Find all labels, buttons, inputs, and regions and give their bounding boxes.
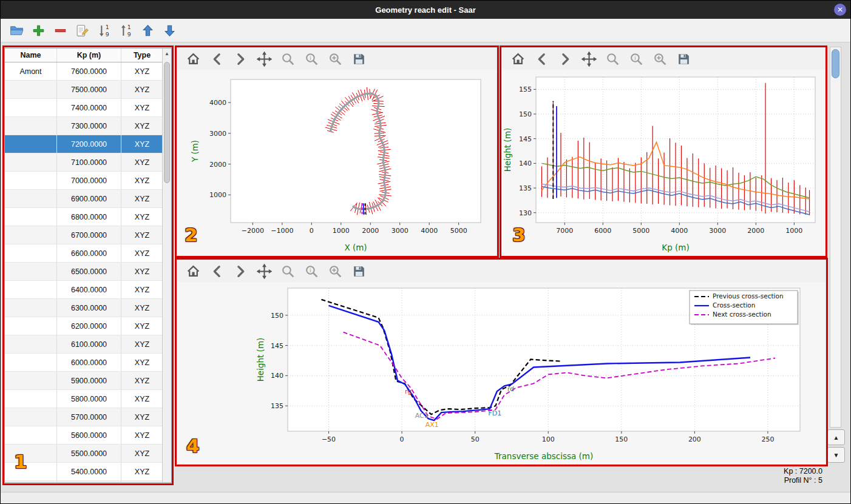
save-icon[interactable] <box>351 52 367 67</box>
sort-descending-icon[interactable]: 19 <box>97 23 112 38</box>
pan-icon[interactable] <box>581 52 597 67</box>
svg-text:150: 150 <box>271 312 283 320</box>
move-down-icon[interactable] <box>162 23 177 38</box>
add-row-icon[interactable] <box>31 23 46 38</box>
table-row[interactable]: 7400.0000XYZ <box>5 99 171 117</box>
back-icon[interactable] <box>209 264 225 279</box>
sort-ascending-icon[interactable]: 19 <box>118 23 134 38</box>
table-row[interactable]: 6100.0000XYZ <box>5 335 171 354</box>
svg-text:0: 0 <box>400 435 404 443</box>
cell-name <box>5 135 57 153</box>
cell-type: XYZ <box>121 481 163 483</box>
cell-type: XYZ <box>121 117 163 135</box>
forward-icon[interactable] <box>233 52 248 67</box>
svg-text:AC1: AC1 <box>415 412 429 420</box>
zoom-select-icon[interactable] <box>328 52 343 67</box>
table-row[interactable]: 5700.0000XYZ <box>5 408 171 426</box>
zoom-icon[interactable] <box>605 52 620 67</box>
open-file-icon[interactable] <box>9 23 24 38</box>
back-icon[interactable] <box>209 52 225 67</box>
move-up-icon[interactable] <box>140 23 155 38</box>
save-icon[interactable] <box>676 52 691 67</box>
table-row[interactable]: 5500.0000XYZ <box>5 445 171 463</box>
zoom-icon[interactable] <box>280 52 296 67</box>
table-row[interactable]: 6000.0000XYZ <box>5 354 171 372</box>
column-header-name[interactable]: Name <box>5 49 57 62</box>
save-icon[interactable] <box>351 264 367 279</box>
cell-kp: 5300.0000 <box>57 481 121 483</box>
forward-icon[interactable] <box>558 52 573 67</box>
svg-text:1000: 1000 <box>785 227 802 235</box>
cell-name <box>5 335 57 353</box>
forward-icon[interactable] <box>233 264 248 279</box>
svg-text:−50: −50 <box>322 435 336 443</box>
table-row[interactable]: Amont7600.0000XYZ <box>5 62 171 81</box>
close-button[interactable]: ✕ <box>834 4 846 16</box>
column-header-kp-m-[interactable]: Kp (m) <box>57 49 121 62</box>
table-row[interactable]: 7100.0000XYZ <box>5 153 171 172</box>
table-row[interactable]: 7500.0000XYZ <box>5 81 171 99</box>
table-row[interactable]: 7200.0000XYZ <box>5 135 171 153</box>
table-row[interactable]: 7300.0000XYZ <box>5 117 171 135</box>
cell-type: XYZ <box>121 372 163 389</box>
pan-icon[interactable] <box>257 52 272 67</box>
home-icon[interactable] <box>510 52 526 67</box>
cell-kp: 5900.0000 <box>57 372 121 389</box>
profile-down-button[interactable]: ▼ <box>827 447 845 463</box>
table-row[interactable]: 6200.0000XYZ <box>5 317 171 335</box>
table-row[interactable]: 5400.0000XYZ <box>5 463 171 481</box>
table-row[interactable]: 7000.0000XYZ <box>5 172 171 190</box>
home-icon[interactable] <box>186 264 201 279</box>
plan-view-plot-area: −2000−1000010002000300040005000100020003… <box>190 79 481 252</box>
table-row[interactable]: 5900.0000XYZ <box>5 372 171 390</box>
table-row[interactable]: 5800.0000XYZ <box>5 390 171 408</box>
svg-text:1000: 1000 <box>333 227 350 235</box>
zoom-info-icon[interactable]: i <box>304 264 319 279</box>
edit-row-icon[interactable] <box>75 23 90 38</box>
cell-kp: 5500.0000 <box>57 445 121 462</box>
table-row[interactable]: 5300.0000XYZ <box>5 481 171 483</box>
plan-view-chart[interactable]: −2000−1000010002000300040005000100020003… <box>177 70 497 255</box>
table-scrollbar-thumb[interactable] <box>164 62 170 183</box>
zoom-icon[interactable] <box>280 264 296 279</box>
svg-text:AX1: AX1 <box>426 421 439 429</box>
svg-text:50: 50 <box>471 435 480 443</box>
table-row[interactable]: 6700.0000XYZ <box>5 226 171 244</box>
svg-text:6000: 6000 <box>594 227 611 235</box>
table-row[interactable]: 6300.0000XYZ <box>5 299 171 317</box>
svg-text:145: 145 <box>519 135 532 143</box>
table-row[interactable]: 6800.0000XYZ <box>5 208 171 226</box>
cell-kp: 6000.0000 <box>57 354 121 371</box>
window-title: Geometry reach edit - Saar <box>375 5 475 15</box>
table-row[interactable]: 6600.0000XYZ <box>5 244 171 263</box>
table-row[interactable]: 6400.0000XYZ <box>5 281 171 299</box>
svg-text:−1000: −1000 <box>271 227 293 235</box>
zoom-select-icon[interactable] <box>653 52 668 67</box>
table-row[interactable]: 5600.0000XYZ <box>5 426 171 445</box>
column-header-type[interactable]: Type <box>121 49 163 62</box>
table-scrollbar[interactable]: ▲ <box>162 49 171 482</box>
table-row[interactable]: 6500.0000XYZ <box>5 263 171 281</box>
svg-text:150: 150 <box>519 110 532 118</box>
cell-kp: 6500.0000 <box>57 263 121 280</box>
cell-type: XYZ <box>121 135 163 153</box>
long-profile-chart[interactable]: 7000600050004000300020001000130135140145… <box>502 70 825 255</box>
plan-view-panel: i −2000−10000100020003000400050001000200… <box>177 48 497 255</box>
cell-name <box>5 81 57 98</box>
zoom-info-icon[interactable]: i <box>304 52 319 67</box>
remove-row-icon[interactable] <box>53 23 68 38</box>
profile-up-button[interactable]: ▲ <box>827 429 845 445</box>
svg-text:3000: 3000 <box>392 227 409 235</box>
table-row[interactable]: 6900.0000XYZ <box>5 190 171 208</box>
zoom-select-icon[interactable] <box>328 264 343 279</box>
window-scrollbar-thumb[interactable] <box>832 49 839 78</box>
cell-name <box>5 244 57 262</box>
kp-value-label: Kp : 7200.0 <box>677 467 822 476</box>
window-scrollbar[interactable] <box>830 47 841 428</box>
zoom-info-icon[interactable]: i <box>629 52 644 67</box>
cross-section-chart[interactable]: −50050100150200250135140145150Transverse… <box>177 282 826 464</box>
back-icon[interactable] <box>534 52 549 67</box>
home-icon[interactable] <box>186 52 201 67</box>
table-scroll-up-icon[interactable]: ▲ <box>163 49 171 58</box>
pan-icon[interactable] <box>257 264 272 279</box>
